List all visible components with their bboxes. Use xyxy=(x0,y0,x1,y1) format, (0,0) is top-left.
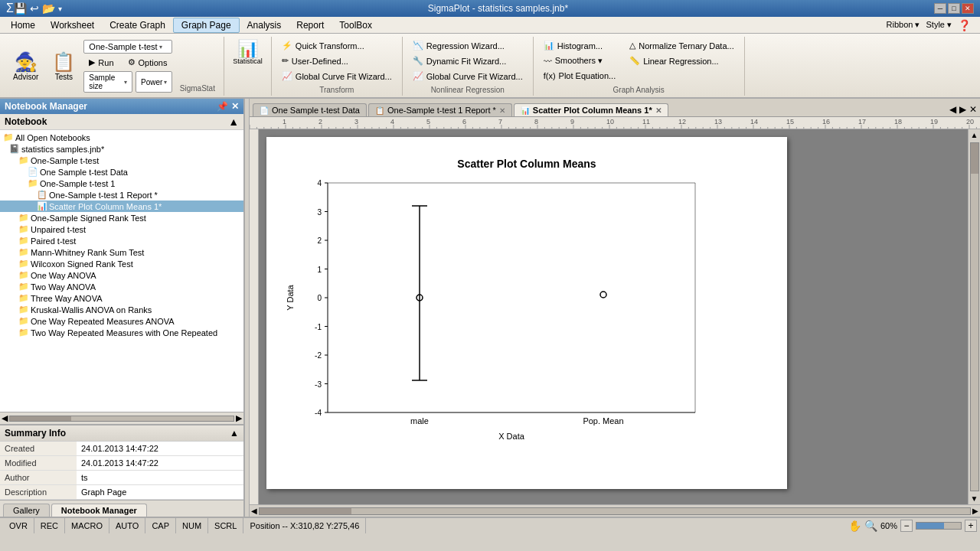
tree-icon: 📊 xyxy=(37,201,47,211)
options-button[interactable]: ⚙ Options xyxy=(122,55,173,70)
dynamic-fit-button[interactable]: 🔧 Dynamic Fit Wizard... xyxy=(407,54,528,68)
tree-item[interactable]: 📁 One Way ANOVA xyxy=(0,269,243,281)
tree-item[interactable]: 📁 All Open Notebooks xyxy=(0,132,243,143)
sample-size-dropdown[interactable]: Sample size ▾ xyxy=(83,71,132,93)
report-tab-close[interactable]: ✕ xyxy=(499,106,505,115)
tree-item[interactable]: 📁 Paired t-test xyxy=(0,235,243,246)
tree-item[interactable]: 📁 Mann-Whitney Rank Sum Test xyxy=(0,246,243,258)
histogram-icon: 📊 xyxy=(544,41,554,51)
zoom-out-icon[interactable]: 🔍 xyxy=(864,520,877,532)
help-icon[interactable]: ❓ xyxy=(958,19,971,31)
graph-horizontal-scrollbar[interactable]: ◀ ▶ xyxy=(250,504,980,517)
tree-item[interactable]: 📁 One Way Repeated Measures ANOVA xyxy=(0,315,243,327)
title-bar: Σ 💾 ↩ 📂 ▾ SigmaPlot - statistics samples… xyxy=(0,0,980,17)
doc-tabs-close-all[interactable]: ✕ xyxy=(969,104,977,115)
tree-label: Kruskal-Wallis ANOVA on Ranks xyxy=(31,305,152,315)
tree-item[interactable]: 📁 Two Way ANOVA xyxy=(0,281,243,292)
tree-item[interactable]: 📓 statistics samples.jnb* xyxy=(0,143,243,155)
ribbon-right: Ribbon ▾ Style ▾ ❓ xyxy=(880,18,977,33)
advisor-button[interactable]: 🧙 Advisor xyxy=(8,49,44,83)
gallery-tab[interactable]: Gallery xyxy=(3,504,50,517)
histogram-button[interactable]: 📊 Histogram... xyxy=(538,38,622,53)
regression-wizard-button[interactable]: 📉 Regression Wizard... xyxy=(407,38,528,53)
window-controls[interactable]: ─ □ ✕ xyxy=(934,3,974,14)
menu-create-graph[interactable]: Create Graph xyxy=(102,18,173,32)
hand-tool-icon[interactable]: ✋ xyxy=(848,520,861,532)
doc-tab-scatter[interactable]: 📊 Scatter Plot Column Means 1* ✕ xyxy=(514,103,668,116)
notebook-pin-button[interactable]: 📌 xyxy=(217,101,228,112)
quick-transform-button[interactable]: ⚡ Quick Transform... xyxy=(276,38,397,53)
tree-item[interactable]: 📁 One-Sample Signed Rank Test xyxy=(0,212,243,223)
summary-label: Description xyxy=(0,485,77,500)
dropdown-arrow-icon: ▾ xyxy=(159,44,162,51)
toolbar-undo-icon[interactable]: ↩ xyxy=(30,2,39,15)
graph-vertical-scrollbar[interactable]: ▲ ▼ xyxy=(968,129,980,504)
plot-equation-button[interactable]: f(x) Plot Equation... xyxy=(538,69,622,83)
notebook-manager-tab[interactable]: Notebook Manager xyxy=(51,504,147,517)
run-button[interactable]: ▶ Run xyxy=(83,55,119,70)
tree-item[interactable]: 📁 Two Way Repeated Measures with One Rep… xyxy=(0,327,243,338)
status-auto: AUTO xyxy=(109,518,145,533)
summary-label: Modified xyxy=(0,456,77,471)
graph-content[interactable]: Scatter Plot Column Means xyxy=(259,129,968,504)
zoom-increase-button[interactable]: + xyxy=(965,520,977,532)
menu-report[interactable]: Report xyxy=(289,18,332,32)
tree-item[interactable]: 📁 Wilcoxon Signed Rank Test xyxy=(0,258,243,269)
ribbon-label[interactable]: Ribbon ▾ xyxy=(887,20,920,30)
power-dropdown[interactable]: Power ▾ xyxy=(136,71,172,93)
toolbar-save-icon[interactable]: 💾 xyxy=(14,2,27,15)
global-curve-button[interactable]: 📈 Global Curve Fit Wizard... xyxy=(276,69,397,83)
global-curve-fit-button[interactable]: 📈 Global Curve Fit Wizard... xyxy=(407,69,528,83)
toolbar-folder-icon[interactable]: 📂 xyxy=(42,2,55,15)
doc-tab-data[interactable]: 📄 One Sample t-test Data xyxy=(253,103,367,116)
summary-value: Graph Page xyxy=(77,485,243,500)
menu-worksheet[interactable]: Worksheet xyxy=(43,18,102,32)
linear-regression-button[interactable]: 📏 Linear Regression... xyxy=(624,54,740,68)
doc-tabs-scroll-right[interactable]: ▶ xyxy=(959,104,966,115)
scatter-tab-close[interactable]: ✕ xyxy=(655,106,662,115)
user-defined-button[interactable]: ✏ User-Defined... xyxy=(276,54,397,68)
minimize-button[interactable]: ─ xyxy=(934,3,946,14)
tree-label: One-Sample t-test xyxy=(31,156,99,165)
style-label[interactable]: Style ▾ xyxy=(926,20,952,30)
app-icon: Σ xyxy=(6,2,14,15)
test-type-dropdown[interactable]: One-Sample t-test ▾ xyxy=(83,40,172,54)
hscroll-left-button[interactable]: ◀ xyxy=(251,507,257,515)
maximize-button[interactable]: □ xyxy=(948,3,960,14)
tree-icon: 📁 xyxy=(18,259,29,269)
menu-toolbox[interactable]: ToolBox xyxy=(332,18,380,32)
transform-group: ⚡ Quick Transform... ✏ User-Defined... 📈… xyxy=(272,37,403,96)
tree-item[interactable]: 📁 One-Sample t-test xyxy=(0,155,243,166)
tree-item[interactable]: 📁 One-Sample t-test 1 xyxy=(0,178,243,189)
tree-item[interactable]: 📋 One-Sample t-test 1 Report * xyxy=(0,189,243,201)
data-tab-icon: 📄 xyxy=(260,106,269,115)
close-button[interactable]: ✕ xyxy=(962,3,974,14)
statistical-button[interactable]: 📊 Statistical xyxy=(229,38,266,67)
position-display: Position -- X:310,82 Y:275,46 xyxy=(243,518,366,533)
smoothers-button[interactable]: 〰 Smoothers ▾ xyxy=(538,54,622,68)
menu-graph-page[interactable]: Graph Page xyxy=(173,18,240,33)
tree-label: One-Sample t-test 1 Report * xyxy=(49,191,158,200)
zoom-decrease-button[interactable]: − xyxy=(900,520,913,532)
zoom-slider[interactable] xyxy=(916,522,962,530)
tree-item[interactable]: 📊 Scatter Plot Column Means 1* xyxy=(0,201,243,212)
vscroll-up-button[interactable]: ▲ xyxy=(969,129,980,141)
notebook-horizontal-scrollbar[interactable]: ◀ ▶ xyxy=(0,412,243,424)
summary-collapse-button[interactable]: ▲ xyxy=(230,428,239,439)
vscroll-down-button[interactable]: ▼ xyxy=(969,493,980,504)
notebook-collapse-button[interactable]: ▲ xyxy=(228,116,239,128)
tree-item[interactable]: 📁 Three Way ANOVA xyxy=(0,292,243,304)
doc-tab-report[interactable]: 📋 One-Sample t-test 1 Report * ✕ xyxy=(368,103,512,116)
menu-analysis[interactable]: Analysis xyxy=(240,18,289,32)
tests-button[interactable]: 📋 Tests xyxy=(47,49,80,83)
svg-text:-4: -4 xyxy=(315,409,322,417)
notebook-close-button[interactable]: ✕ xyxy=(231,101,239,112)
doc-tabs-scroll-left[interactable]: ◀ xyxy=(949,104,956,115)
summary-header: Summary Info ▲ xyxy=(0,425,243,442)
hscroll-right-button[interactable]: ▶ xyxy=(972,507,978,515)
tree-item[interactable]: 📄 One Sample t-test Data xyxy=(0,166,243,178)
tree-item[interactable]: 📁 Unpaired t-test xyxy=(0,223,243,235)
menu-home[interactable]: Home xyxy=(3,18,43,32)
normalize-ternary-button[interactable]: △ Normalize Ternary Data... xyxy=(624,38,740,53)
tree-item[interactable]: 📁 Kruskal-Wallis ANOVA on Ranks xyxy=(0,304,243,315)
